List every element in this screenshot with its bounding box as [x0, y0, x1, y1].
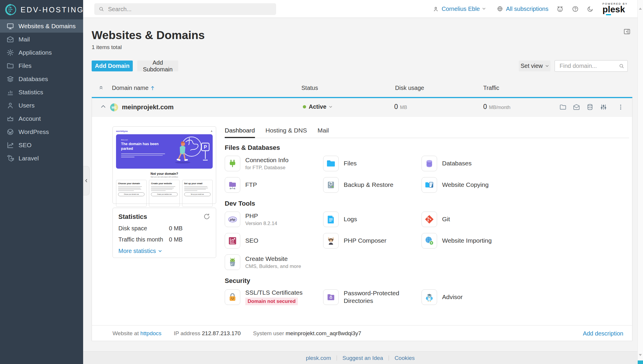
search-input[interactable] — [108, 6, 272, 13]
sidebar-item-label: Account — [19, 115, 41, 122]
sidebar-item-wordpress[interactable]: WordPress — [0, 125, 83, 138]
sidebar-item-laravel[interactable]: Laravel — [0, 152, 83, 165]
user-name: Cornelius Eble — [441, 6, 480, 12]
column-header-domain[interactable]: Domain name — [112, 85, 155, 91]
sidebar-item-applications[interactable]: Applications — [0, 46, 83, 59]
files-action-icon[interactable] — [559, 103, 567, 111]
sidebar-item-label: SEO — [19, 142, 31, 149]
footer-link-cookies[interactable]: Cookies — [394, 355, 415, 361]
sidebar-item-mail[interactable]: Mail — [0, 33, 83, 46]
column-header-status[interactable]: Status — [301, 85, 318, 91]
feature-logs[interactable]: Logs — [323, 212, 422, 227]
layers-icon — [6, 75, 14, 83]
items-total: 1 items total — [92, 44, 122, 51]
sidebar-collapse-handle[interactable] — [83, 166, 90, 195]
feature-php[interactable]: php PHPVersion 8.2.14 — [225, 212, 323, 227]
user-menu[interactable]: Cornelius Eble — [433, 6, 486, 12]
more-statistics-link[interactable]: More statistics — [118, 248, 210, 254]
sidebar-item-label: Websites & Domains — [19, 23, 76, 30]
monitor-icon — [6, 22, 14, 30]
topbar: Cornelius Eble All subscriptions POWERED… — [83, 0, 637, 18]
password-protected-icon — [323, 289, 339, 305]
preview-headline: The domain has been parked — [121, 142, 159, 151]
find-domain-input[interactable] — [559, 62, 616, 70]
feature-website-copying[interactable]: Website Copying — [422, 177, 520, 193]
sidebar-item-statistics[interactable]: Statistics — [0, 85, 83, 99]
tab-hosting-dns[interactable]: Hosting & DNS — [266, 127, 307, 138]
preview-card-domain: Choose your domain Choose your domain no… — [116, 180, 147, 207]
sidebar-item-databases[interactable]: Databases — [0, 72, 83, 85]
refresh-icon[interactable] — [203, 213, 210, 220]
mascot-icon[interactable] — [556, 5, 564, 13]
row-collapse-icon[interactable] — [101, 105, 106, 108]
domain-name[interactable]: meinprojekt.com — [122, 103, 174, 111]
add-subdomain-button[interactable]: Add Subdomain — [137, 61, 178, 71]
feature-backup-restore[interactable]: Backup & Restore — [323, 177, 422, 193]
search-icon — [98, 6, 105, 12]
add-description-link[interactable]: Add description — [583, 330, 623, 337]
httpdocs-link[interactable]: httpdocs — [140, 330, 162, 336]
mail-action-icon[interactable] — [573, 103, 580, 111]
set-view-button[interactable]: Set view — [519, 61, 550, 71]
sidebar-item-files[interactable]: Files — [0, 59, 83, 72]
search-icon — [619, 63, 625, 70]
feature-ftp[interactable]: FTP — [225, 177, 323, 193]
topbar-right: Cornelius Eble All subscriptions POWERED… — [433, 0, 628, 18]
seo-trend-icon — [6, 141, 14, 149]
column-header-traffic[interactable]: Traffic — [483, 85, 499, 91]
feature-files[interactable]: Files — [323, 156, 422, 171]
help-icon[interactable] — [572, 5, 579, 13]
scroll-up-arrow-icon[interactable] — [639, 8, 642, 10]
sidebar-item-users[interactable]: Users — [0, 99, 83, 112]
disk-space-row: Disk space0 MB — [118, 225, 210, 232]
global-search[interactable] — [94, 3, 276, 15]
column-header-disk-usage[interactable]: Disk usage — [395, 85, 424, 91]
footer-separator — [337, 355, 337, 360]
find-domain-box[interactable] — [555, 60, 628, 72]
feature-create-website[interactable]: Create WebsiteCMS, Builders, and more — [225, 254, 323, 270]
connection-info-icon — [225, 156, 240, 171]
settings-sliders-icon[interactable] — [600, 103, 607, 111]
site-preview[interactable]: world4you ♟ Welcome! The domain has been… — [113, 126, 216, 204]
statistics-title: Statistics — [118, 213, 147, 221]
files-icon — [323, 156, 339, 171]
app-logo[interactable]: EDV-HOSTING — [0, 0, 83, 19]
wordpress-icon — [6, 128, 14, 136]
domain-avatar: ME — [110, 103, 118, 111]
database-action-icon[interactable] — [586, 103, 594, 111]
add-domain-button[interactable]: Add Domain — [92, 61, 133, 71]
footer-link-suggest-idea[interactable]: Suggest an Idea — [343, 355, 383, 361]
plesk-wordmark: plesk — [602, 5, 625, 14]
all-subscriptions-link[interactable]: All subscriptions — [497, 6, 548, 12]
dark-mode-icon[interactable] — [587, 6, 594, 12]
feature-password-protected[interactable]: Password-Protected Directories — [323, 289, 422, 305]
sidebar-item-account[interactable]: Account — [0, 112, 83, 125]
feature-advisor[interactable]: Advisor — [422, 289, 520, 305]
column-label: Domain name — [112, 85, 149, 91]
collapse-all-icon[interactable] — [98, 85, 104, 90]
feature-git[interactable]: Git — [422, 212, 520, 227]
sidebar-item-websites-domains[interactable]: Websites & Domains — [0, 19, 83, 33]
feature-databases[interactable]: Databases — [422, 156, 520, 171]
powered-by-plesk-logo[interactable]: POWERED BY plesk — [602, 2, 628, 15]
feature-php-composer[interactable]: PHP Composer — [323, 233, 422, 249]
user-icon — [433, 6, 439, 12]
scrollbar[interactable] — [637, 0, 643, 364]
feature-ssl-certificates[interactable]: SSL/TLS Certificates Domain not secured — [225, 289, 323, 305]
feature-connection-info[interactable]: Connection Infofor FTP, Database — [225, 156, 323, 171]
panel-toggle-icon[interactable] — [623, 28, 631, 35]
section-title-dev-tools: Dev Tools — [225, 200, 629, 207]
footer-separator — [389, 355, 389, 360]
scroll-down-arrow-icon[interactable] — [639, 354, 642, 356]
feature-website-importing[interactable]: Website Importing — [422, 233, 520, 249]
tab-dashboard[interactable]: Dashboard — [225, 127, 255, 138]
sort-asc-icon — [151, 86, 155, 90]
page-title: Websites & Domains — [92, 29, 205, 42]
sidebar-item-seo[interactable]: SEO — [0, 138, 83, 152]
chevron-left-icon — [85, 179, 88, 183]
feature-seo[interactable]: SEO — [225, 233, 323, 249]
status-dropdown[interactable]: Active — [303, 103, 332, 110]
tab-mail[interactable]: Mail — [318, 127, 329, 138]
kebab-menu-icon[interactable] — [617, 103, 624, 111]
footer-link-plesk[interactable]: plesk.com — [306, 355, 331, 361]
